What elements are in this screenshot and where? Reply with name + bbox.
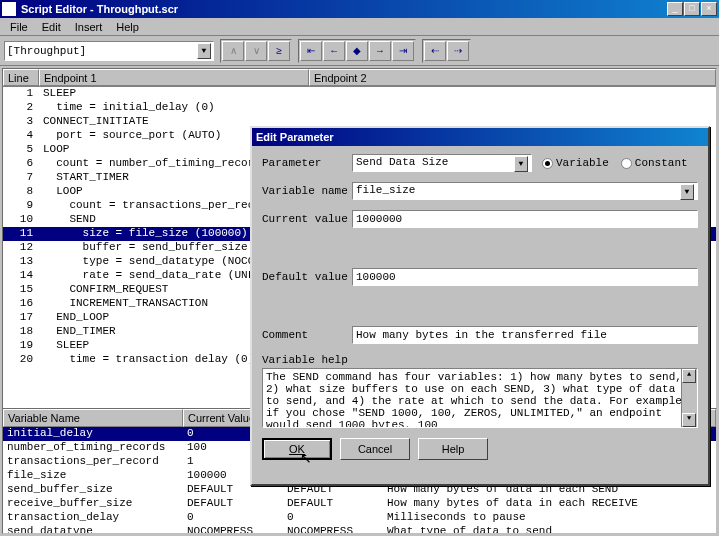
var-name: send_buffer_size — [3, 483, 183, 497]
var-default: DEFAULT — [283, 497, 383, 511]
line-number: 19 — [3, 339, 39, 353]
variable-row[interactable]: send_datatypeNOCOMPRESSNOCOMPRESSWhat ty… — [3, 525, 716, 534]
nav-next-button[interactable]: → — [369, 41, 391, 61]
var-comment: What type of data to send — [383, 525, 716, 534]
line-number: 20 — [3, 353, 39, 367]
line-number: 7 — [3, 171, 39, 185]
chevron-down-icon[interactable]: ▼ — [680, 184, 694, 200]
script-row[interactable]: 2 time = initial_delay (0) — [3, 101, 716, 115]
var-name: receive_buffer_size — [3, 497, 183, 511]
var-current: NOCOMPRESS — [183, 525, 283, 534]
edit-parameter-dialog: Edit Parameter Parameter Send Data Size … — [250, 126, 710, 486]
col-endpoint1[interactable]: Endpoint 1 — [39, 69, 309, 86]
toolbar: [Throughput] ▼ ∧ ∨ ≥ ⇤ ← ◆ → ⇥ ⇠ ⇢ — [0, 36, 719, 66]
down-button[interactable]: ∨ — [245, 41, 267, 61]
radio-icon — [621, 158, 632, 169]
variable-radio[interactable]: Variable — [542, 157, 609, 169]
col-line[interactable]: Line — [3, 69, 39, 86]
variable-name-label: Variable name — [262, 185, 352, 197]
cursor-icon: ↖ — [300, 450, 312, 466]
window-titlebar: Script Editor - Throughput.scr _ □ × — [0, 0, 719, 18]
line-number: 5 — [3, 143, 39, 157]
line-number: 10 — [3, 213, 39, 227]
scroll-up-icon[interactable]: ▲ — [682, 369, 696, 383]
variable-help-label: Variable help — [262, 354, 352, 366]
variable-row[interactable]: transaction_delay00Milliseconds to pause — [3, 511, 716, 525]
link-next-button[interactable]: ⇢ — [447, 41, 469, 61]
line-number: 8 — [3, 185, 39, 199]
line-number: 1 — [3, 87, 39, 101]
line-number: 9 — [3, 199, 39, 213]
scrollbar[interactable]: ▲ ▼ — [681, 369, 697, 427]
up-button[interactable]: ∧ — [222, 41, 244, 61]
line-number: 11 — [3, 227, 39, 241]
dialog-title: Edit Parameter — [254, 131, 706, 143]
cancel-button[interactable]: Cancel — [340, 438, 410, 460]
line-number: 14 — [3, 269, 39, 283]
line-number: 12 — [3, 241, 39, 255]
sort-button[interactable]: ≥ — [268, 41, 290, 61]
var-default: 0 — [283, 511, 383, 525]
menu-help[interactable]: Help — [110, 19, 145, 35]
var-current: 0 — [183, 511, 283, 525]
line-number: 4 — [3, 129, 39, 143]
script-combo[interactable]: [Throughput] ▼ — [4, 41, 214, 61]
scroll-down-icon[interactable]: ▼ — [682, 413, 696, 427]
parameter-combo[interactable]: Send Data Size ▼ — [352, 154, 532, 172]
help-button[interactable]: Help — [418, 438, 488, 460]
var-comment: Milliseconds to pause — [383, 511, 716, 525]
menu-insert[interactable]: Insert — [69, 19, 109, 35]
current-value-input[interactable] — [352, 210, 698, 228]
close-button[interactable]: × — [701, 2, 717, 16]
script-text: time = initial_delay (0) — [39, 101, 716, 115]
variable-name-combo[interactable]: file_size ▼ — [352, 182, 698, 200]
chevron-down-icon[interactable]: ▼ — [514, 156, 528, 172]
menu-edit[interactable]: Edit — [36, 19, 67, 35]
current-value-label: Current value — [262, 213, 352, 225]
maximize-button[interactable]: □ — [684, 2, 700, 16]
ok-button[interactable]: OK — [262, 438, 332, 460]
comment-input[interactable] — [352, 326, 698, 344]
window-title: Script Editor - Throughput.scr — [19, 3, 667, 15]
menu-file[interactable]: File — [4, 19, 34, 35]
var-default: NOCOMPRESS — [283, 525, 383, 534]
var-name: transactions_per_record — [3, 455, 183, 469]
line-number: 6 — [3, 157, 39, 171]
default-value-input[interactable] — [352, 268, 698, 286]
menubar: File Edit Insert Help — [0, 18, 719, 36]
link-prev-button[interactable]: ⇠ — [424, 41, 446, 61]
nav-last-button[interactable]: ⇥ — [392, 41, 414, 61]
radio-icon — [542, 158, 553, 169]
default-value-label: Default value — [262, 271, 352, 283]
app-icon — [2, 2, 16, 16]
nav-prev-button[interactable]: ← — [323, 41, 345, 61]
col-endpoint2[interactable]: Endpoint 2 — [309, 69, 716, 86]
var-name: number_of_timing_records — [3, 441, 183, 455]
script-text: SLEEP — [39, 87, 716, 101]
parameter-label: Parameter — [262, 157, 352, 169]
var-comment: How many bytes of data in each RECEIVE — [383, 497, 716, 511]
line-number: 17 — [3, 311, 39, 325]
comment-label: Comment — [262, 329, 352, 341]
var-name: file_size — [3, 469, 183, 483]
line-number: 3 — [3, 115, 39, 129]
col-var-name[interactable]: Variable Name — [3, 409, 183, 427]
minimize-button[interactable]: _ — [667, 2, 683, 16]
nav-stop-button[interactable]: ◆ — [346, 41, 368, 61]
variable-help-box[interactable]: The SEND command has four variables: 1) … — [262, 368, 698, 428]
line-number: 18 — [3, 325, 39, 339]
var-name: send_datatype — [3, 525, 183, 534]
constant-radio[interactable]: Constant — [621, 157, 688, 169]
line-number: 15 — [3, 283, 39, 297]
line-number: 13 — [3, 255, 39, 269]
var-name: initial_delay — [3, 427, 183, 441]
script-row[interactable]: 1SLEEP — [3, 87, 716, 101]
var-name: transaction_delay — [3, 511, 183, 525]
variable-row[interactable]: receive_buffer_sizeDEFAULTDEFAULTHow man… — [3, 497, 716, 511]
line-number: 2 — [3, 101, 39, 115]
chevron-down-icon[interactable]: ▼ — [197, 43, 211, 59]
line-number: 16 — [3, 297, 39, 311]
nav-first-button[interactable]: ⇤ — [300, 41, 322, 61]
dialog-titlebar[interactable]: Edit Parameter — [252, 128, 708, 146]
var-current: DEFAULT — [183, 497, 283, 511]
